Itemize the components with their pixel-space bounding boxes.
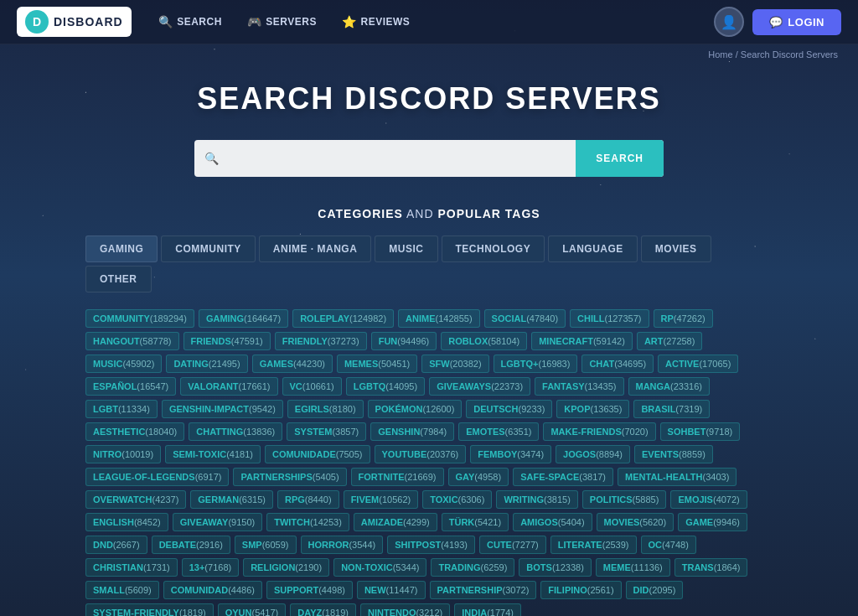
tag-nitro[interactable]: NITRO(10019) (85, 445, 161, 463)
nav-search[interactable]: 🔍 SEARCH (148, 10, 232, 34)
tag-fun[interactable]: FUN(94496) (371, 332, 437, 350)
tag-did[interactable]: DID(2095) (626, 581, 684, 599)
tag-game[interactable]: GAME(9946) (678, 513, 747, 531)
breadcrumb-home[interactable]: Home (708, 49, 732, 60)
search-input[interactable] (225, 140, 566, 177)
tag-literate[interactable]: LITERATE(2539) (550, 536, 637, 554)
tag-events[interactable]: EVENTS(8859) (634, 445, 713, 463)
tag-aesthetic[interactable]: AESTHETIC(18040) (85, 422, 184, 441)
tag-english[interactable]: ENGLISH(8452) (85, 513, 168, 531)
logo[interactable]: D DISBOARD (17, 7, 132, 37)
tag-comunidade[interactable]: COMUNIDADE(7505) (265, 445, 370, 463)
tag-memes[interactable]: MEMES(50451) (337, 355, 417, 373)
tag-oyun[interactable]: OYUN(5417) (218, 603, 287, 616)
tag-politics[interactable]: POLITICS(5885) (582, 490, 667, 509)
tag-new[interactable]: NEW(11447) (357, 581, 426, 599)
tag-games[interactable]: GAMES(44230) (252, 355, 333, 373)
tag-toxic[interactable]: TOXIC(6306) (422, 490, 492, 509)
cat-tab-language[interactable]: LANGUAGE (548, 236, 638, 262)
tag-fantasy[interactable]: FANTASY(13435) (535, 377, 623, 396)
tag-friendly[interactable]: FRIENDLY(37273) (275, 332, 367, 350)
tag-religion[interactable]: RELIGION(2190) (243, 558, 329, 577)
cat-tab-gaming[interactable]: GAMING (85, 236, 158, 262)
user-avatar[interactable]: 👤 (714, 7, 744, 37)
tag-safe-space[interactable]: SAFE-SPACE(3817) (513, 468, 613, 486)
nav-servers[interactable]: 🎮 SERVERS (237, 10, 327, 34)
tag-fivem[interactable]: FIVEM(10562) (344, 490, 419, 509)
tag-small[interactable]: SMALL(5609) (85, 581, 159, 599)
tag-active[interactable]: ACTIVE(17065) (658, 355, 738, 373)
tag-amigos[interactable]: AMIGOS(5404) (513, 513, 592, 531)
tag-roblox[interactable]: ROBLOX(58104) (441, 332, 527, 350)
tag-nintendo[interactable]: NINTENDO(3212) (360, 603, 450, 616)
tag-egirls[interactable]: EGIRLS(8180) (287, 400, 364, 418)
cat-tab-community[interactable]: COMMUNITY (161, 236, 256, 262)
tag-sohbet[interactable]: SOHBET(9718) (660, 422, 741, 441)
tag-anime[interactable]: ANIME(142855) (398, 309, 480, 328)
tag-overwatch[interactable]: OVERWATCH(4237) (85, 490, 186, 509)
tag-shitpost[interactable]: SHITPOST(4193) (387, 536, 475, 554)
tag-femboy[interactable]: FEMBOY(3474) (470, 445, 551, 463)
tag-jogos[interactable]: JOGOS(8894) (556, 445, 630, 463)
tag-system-friendly[interactable]: SYSTEM-FRIENDLY(1819) (85, 603, 214, 616)
tag-kpop[interactable]: KPOP(13635) (556, 400, 629, 418)
tag-dating[interactable]: DATING(21495) (166, 355, 247, 373)
tag-chat[interactable]: CHAT(34695) (581, 355, 654, 373)
tag-system[interactable]: SYSTEM(3857) (287, 422, 366, 441)
tag-fortnite[interactable]: FORTNITE(21669) (351, 468, 444, 486)
tag-emojis[interactable]: EMOJIS(4072) (670, 490, 747, 509)
tag-make-friends[interactable]: MAKE-FRIENDS(7020) (543, 422, 655, 441)
tag-pok-mon[interactable]: POKÉMON(12600) (368, 400, 463, 418)
tag-movies[interactable]: MOVIES(5620) (597, 513, 675, 531)
tag-trans[interactable]: TRANS(1864) (675, 558, 748, 577)
tag-rpg[interactable]: RPG(8440) (277, 490, 339, 509)
tag-mental-health[interactable]: MENTAL-HEALTH(3403) (618, 468, 737, 486)
tag-rp[interactable]: RP(47262) (654, 309, 713, 328)
tag-genshin[interactable]: GENSHIN(7984) (370, 422, 454, 441)
tag-twitch[interactable]: TWITCH(14253) (266, 513, 349, 531)
tag-partnerships[interactable]: PARTNERSHIPS(5405) (233, 468, 346, 486)
tag-manga[interactable]: MANGA(23316) (628, 377, 710, 396)
tag-filipino[interactable]: FILIPINO(2561) (540, 581, 621, 599)
tag-support[interactable]: SUPPORT(4498) (266, 581, 353, 599)
tag-hangout[interactable]: HANGOUT(58778) (85, 332, 179, 350)
tag-smp[interactable]: SMP(6059) (235, 536, 297, 554)
tag-giveaway[interactable]: GIVEAWAY(9150) (173, 513, 262, 531)
tag-community[interactable]: COMMUNITY(189294) (85, 309, 194, 328)
nav-reviews[interactable]: ⭐ REVIEWS (332, 10, 420, 34)
tag-partnership[interactable]: PARTNERSHIP(3072) (430, 581, 537, 599)
tag-vc[interactable]: VC(10661) (282, 377, 342, 396)
tag-youtube[interactable]: YOUTUBE(20376) (375, 445, 467, 463)
login-button[interactable]: 💬 LOGIN (752, 9, 841, 35)
tag-comunidad[interactable]: COMUNIDAD(4486) (163, 581, 262, 599)
tag-genshin-impact[interactable]: GENSHIN-IMPACT(9542) (162, 400, 283, 418)
tag-india[interactable]: INDIA(1774) (454, 603, 521, 616)
tag-chill[interactable]: CHILL(127357) (570, 309, 649, 328)
tag-horror[interactable]: HORROR(3544) (301, 536, 384, 554)
tag-debate[interactable]: DEBATE(2916) (152, 536, 230, 554)
tag-giveaways[interactable]: GIVEAWAYS(22373) (429, 377, 530, 396)
tag-t-rk[interactable]: TÜRK(5421) (442, 513, 509, 531)
tag-chatting[interactable]: CHATTING(13836) (189, 422, 282, 441)
tag-minecraft[interactable]: MINECRAFT(59142) (531, 332, 633, 350)
tag-13-[interactable]: 13+(7168) (182, 558, 239, 577)
tag-oc[interactable]: OC(4748) (641, 536, 696, 554)
cat-tab-technology[interactable]: TECHNOLOGY (442, 236, 545, 262)
tag-christian[interactable]: CHRISTIAN(1731) (85, 558, 178, 577)
tag-amizade[interactable]: AMIZADE(4299) (354, 513, 437, 531)
tag-writing[interactable]: WRITING(3815) (496, 490, 577, 509)
tag-gaming[interactable]: GAMING(164647) (199, 309, 288, 328)
tag-cute[interactable]: CUTE(7277) (479, 536, 546, 554)
tag-espa-ol[interactable]: ESPAÑOL(16547) (85, 377, 176, 396)
tag-friends[interactable]: FRIENDS(47591) (183, 332, 271, 350)
tag-music[interactable]: MUSIC(45902) (85, 355, 162, 373)
tag-semi-toxic[interactable]: SEMI-TOXIC(4181) (165, 445, 261, 463)
tag-lgbtq[interactable]: LGBTQ(14095) (346, 377, 425, 396)
tag-sfw[interactable]: SFW(20382) (421, 355, 488, 373)
tag-dayz[interactable]: DAYZ(1819) (290, 603, 356, 616)
cat-tab-movies[interactable]: MOVIES (641, 236, 711, 262)
tag-emotes[interactable]: EMOTES(6351) (458, 422, 539, 441)
tag-lgbtq-[interactable]: LGBTQ+(16983) (494, 355, 578, 373)
cat-tab-anime-manga[interactable]: ANIME · MANGA (259, 236, 372, 262)
tag-bots[interactable]: BOTS(12338) (519, 558, 591, 577)
